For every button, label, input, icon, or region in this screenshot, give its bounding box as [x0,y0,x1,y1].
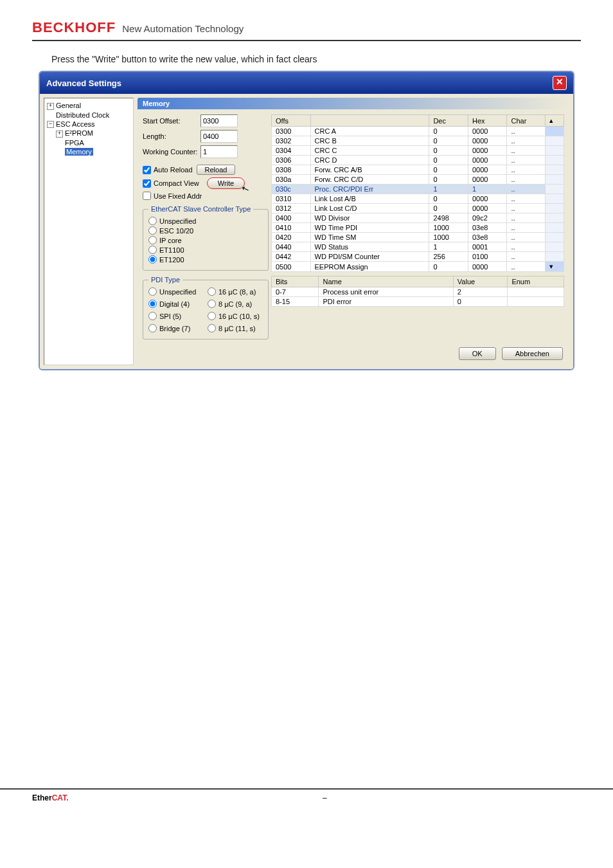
table-row[interactable]: 0400WD Divisor249809c2.. [272,213,564,223]
advanced-settings-dialog: Advanced Settings ✕ +General Distributed… [39,71,574,370]
start-offset-label: Start Offset: [143,117,200,125]
pdi-spi5-radio[interactable] [148,312,157,320]
dialog-title: Advanced Settings [46,78,121,88]
cancel-button[interactable]: Abbrechen [502,347,563,360]
scrollbar-track[interactable] [546,146,564,156]
table-row[interactable]: 0300CRC A00000.. [272,127,564,136]
col-name[interactable] [310,115,429,127]
scrollbar-track[interactable] [546,156,564,165]
col-bits[interactable]: Bits [272,276,319,287]
scrollbar-track[interactable] [546,175,564,185]
length-label: Length: [143,132,200,140]
scrollbar-track[interactable] [546,233,564,242]
col-char[interactable]: Char [507,115,546,127]
table-row[interactable]: 0442WD PDI/SM Counter2560100.. [272,252,564,262]
table-row[interactable]: 0302CRC B00000.. [272,136,564,146]
scrollbar-track[interactable] [546,213,564,223]
brand-subtitle: New Automation Technology [122,23,244,34]
scrollbar-thumb[interactable] [546,127,564,136]
close-icon[interactable]: ✕ [553,76,567,90]
scrollbar-track[interactable] [546,252,564,262]
tree-distributed-clock[interactable]: Distributed Clock [47,111,130,120]
footer-dash: – [323,793,327,802]
esc-et1100-radio[interactable] [148,246,157,254]
brand-logo: BECKHOFF [32,19,116,36]
pdi-digital4-radio[interactable] [148,300,157,308]
ok-button[interactable]: OK [459,347,496,360]
scrollbar-track[interactable] [546,223,564,233]
start-offset-input[interactable] [200,114,238,127]
table-row[interactable]: 0420WD Time SM100003e8.. [272,233,564,242]
table-row[interactable]: 0440WD Status10001.. [272,242,564,252]
pdi-unspecified-radio[interactable] [148,287,157,296]
pdi-8uc11s-radio[interactable] [208,324,216,332]
tree-esc-access[interactable]: −ESC Access [47,120,130,129]
expand-icon[interactable]: + [56,131,63,138]
pdi-8uc9a-radio[interactable] [208,300,216,308]
ethercat-logo: EtherCAT. [32,793,68,802]
pdi-16uc10s-radio[interactable] [208,312,216,320]
col-offs[interactable]: Offs [272,115,311,127]
working-counter-label: Working Counter: [143,148,200,156]
expand-icon[interactable]: + [47,103,54,110]
pdi-16uc8a-radio[interactable] [208,287,216,296]
tree-general[interactable]: +General [47,101,130,111]
pdi-type-group: PDI Type Unspecified 16 µC (8, a) Digita… [143,276,269,339]
scrollbar-track[interactable] [546,185,564,194]
table-row[interactable]: 030aForw. CRC C/D00000.. [272,175,564,185]
esc-ipcore-radio[interactable] [148,236,157,244]
esc-unspecified-radio[interactable] [148,217,157,225]
col-bvalue[interactable]: Value [453,276,508,287]
esc-et1200-radio[interactable] [148,255,157,264]
use-fixed-addr-checkbox[interactable] [143,192,151,200]
col-bname[interactable]: Name [319,276,453,287]
reload-button[interactable]: Reload [197,165,236,175]
compact-view-checkbox[interactable] [143,179,151,188]
scrollbar-track[interactable] [546,242,564,252]
tree-fpga[interactable]: FPGA [47,138,130,147]
bits-table[interactable]: Bits Name Value Enum 0-7Process unit err… [271,276,564,307]
scrollbar-track[interactable] [546,136,564,146]
scrollbar-track[interactable] [546,165,564,175]
scroll-up-icon[interactable]: ▴ [546,115,564,127]
working-counter-input[interactable] [200,145,238,158]
table-row[interactable]: 0410WD Time PDI100003e8.. [272,223,564,233]
esc-legend: EtherCAT Slave Controller Type [148,205,253,213]
table-row[interactable]: 0500EEPROM Assign00000..▾ [272,262,564,272]
section-title: Memory [138,98,569,109]
dialog-titlebar[interactable]: Advanced Settings ✕ [40,72,573,94]
pdi-bridge7-radio[interactable] [148,324,157,332]
table-row[interactable]: 0310Link Lost A/B00000.. [272,194,564,204]
table-row[interactable]: 0304CRC C00000.. [272,146,564,156]
table-row[interactable]: 0312Link Lost C/D00000.. [272,204,564,213]
scrollbar-track[interactable] [546,204,564,213]
col-benum[interactable]: Enum [508,276,564,287]
auto-reload-label: Auto Reload [154,166,193,174]
use-fixed-addr-label: Use Fixed Addr [154,192,202,200]
scrollbar-track[interactable] [546,194,564,204]
table-row[interactable]: 0308Forw. CRC A/B00000.. [272,165,564,175]
table-row[interactable]: 0306CRC D00000.. [272,156,564,165]
instruction-text: Press the "Write" button to write the ne… [51,54,581,64]
table-row[interactable]: 8-15PDI error0 [272,297,564,307]
auto-reload-checkbox[interactable] [143,166,151,174]
pdi-legend: PDI Type [148,276,182,284]
tree-memory[interactable]: Memory [47,147,130,156]
table-row[interactable]: 030cProc. CRC/PDI Err11.. [272,185,564,194]
nav-tree[interactable]: +General Distributed Clock −ESC Access +… [44,98,134,365]
col-hex[interactable]: Hex [468,115,507,127]
memory-table[interactable]: Offs Dec Hex Char ▴ 0300CRC A00000..0302… [271,114,564,272]
col-dec[interactable]: Dec [429,115,468,127]
expand-icon[interactable]: − [47,121,54,128]
esc-type-group: EtherCAT Slave Controller Type Unspecifi… [143,205,269,271]
scroll-down-icon[interactable]: ▾ [546,262,564,272]
write-button[interactable]: Write↖ [207,177,245,189]
esc-1020-radio[interactable] [148,226,157,235]
table-row[interactable]: 0-7Process unit error2 [272,287,564,297]
compact-view-label: Compact View [154,179,199,187]
length-input[interactable] [200,130,238,143]
tree-eeprom[interactable]: +E²PROM [47,129,130,138]
